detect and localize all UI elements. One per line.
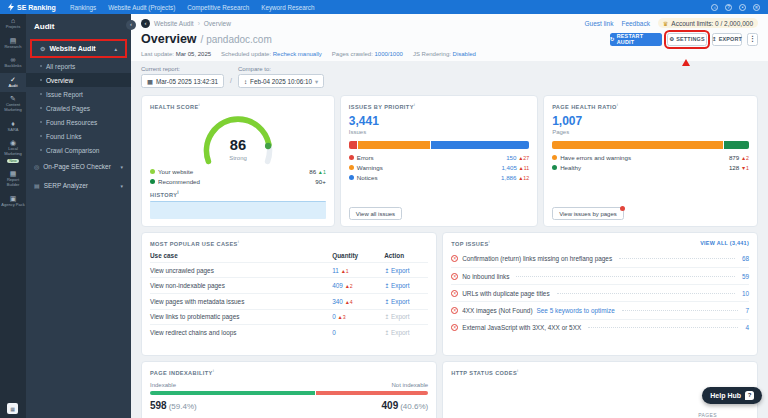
info-icon[interactable]: i — [238, 239, 240, 244]
user-menu-icon[interactable]: ≡ — [753, 4, 760, 11]
errors-row[interactable]: Errors 150 ▲27 — [349, 153, 529, 163]
export-link[interactable]: ↥ Export — [384, 267, 428, 274]
pages-crawled-link[interactable]: 1000/1000 — [375, 51, 403, 57]
top-issues-card: TOP ISSUESi VIEW ALL (3,441) × Confirmat… — [442, 232, 758, 356]
sidebar-item-serp-analyzer[interactable]: ▤ SERP Analyzer ▾ — [26, 176, 131, 195]
rail-item-audit[interactable]: ✓Audit — [0, 73, 26, 93]
issue-count[interactable]: 4 — [745, 324, 749, 331]
orange-dot-icon — [552, 155, 557, 160]
info-icon[interactable]: i — [517, 368, 519, 373]
dotted-leader — [622, 310, 739, 311]
change-indicator: ▲1 — [318, 169, 326, 175]
sidebar-collapse-button[interactable]: ‹ — [126, 20, 136, 30]
sidebar-item-found-resources[interactable]: Found Resources — [26, 115, 131, 129]
issue-link[interactable]: External JavaScript with 3XX, 4XX or 5XX — [462, 324, 581, 331]
issue-link[interactable]: No inbound links — [462, 273, 509, 280]
sidebar-item-crawled-pages[interactable]: Crawled Pages — [26, 101, 131, 115]
nav-competitive-research[interactable]: Competitive Research — [187, 4, 249, 11]
warnings-row[interactable]: Warnings 1,405 ▲11 — [349, 163, 529, 173]
keywords-optimize-link[interactable]: See 5 keywords to optimize — [537, 307, 615, 314]
use-case-link[interactable]: View uncrawled pages — [150, 267, 332, 274]
sidebar-item-crawl-comparison[interactable]: Crawl Comparison — [26, 143, 131, 157]
view-all-issues-button[interactable]: View all issues — [349, 207, 402, 220]
info-icon[interactable]: i — [177, 190, 179, 195]
rail-item-report-builder[interactable]: ▦Report Builder — [0, 167, 26, 191]
info-icon[interactable]: i — [617, 102, 619, 107]
launcher-icon[interactable]: ▦ — [7, 403, 18, 414]
notification-dot — [620, 206, 625, 211]
nav-website-audit[interactable]: Website Audit (Projects) — [108, 4, 175, 11]
use-case-link[interactable]: View redirect chains and loops — [150, 329, 332, 336]
new-badge: New — [7, 159, 19, 163]
rail-item-content-marketing[interactable]: ✎Content Marketing — [0, 92, 26, 116]
use-cases-card: MOST POPULAR USE CASESi Use case Quantit… — [141, 232, 437, 356]
chevron-down-icon: ▾ — [120, 183, 123, 189]
rail-item-local-marketing[interactable]: ◉Local MarketingNew — [0, 136, 26, 167]
nav-keyword-research[interactable]: Keyword Research — [261, 4, 314, 11]
errors-warnings-row[interactable]: Have errors and warnings 879 ▲2 — [552, 153, 749, 163]
export-button[interactable]: ↥ EXPORT — [712, 33, 742, 46]
bell-icon[interactable]: • — [739, 4, 746, 11]
filter-separator: / — [230, 77, 232, 88]
sidebar-section-website-audit[interactable]: ⚙ Website Audit ▴ — [32, 41, 125, 56]
view-issues-by-pages-button[interactable]: View issues by pages — [552, 207, 624, 220]
restart-audit-button[interactable]: ↻ RESTART AUDIT — [610, 33, 662, 46]
scheduled-update-link[interactable]: Recheck manually — [273, 51, 322, 57]
history-area-chart[interactable] — [150, 201, 326, 219]
sidebar-item-onpage-seo-checker[interactable]: ◎ On-Page SEO Checker ▾ — [26, 157, 131, 176]
more-options-button[interactable]: ⋮ — [747, 33, 758, 46]
issue-count[interactable]: 68 — [742, 255, 749, 262]
use-case-link[interactable]: View non-indexable pages — [150, 282, 332, 289]
view-all-link[interactable]: VIEW ALL (3,441) — [700, 240, 749, 246]
settings-button[interactable]: ⚙ SETTINGS — [667, 33, 707, 46]
warnings-segment[interactable] — [358, 141, 431, 149]
help-hub-button[interactable]: Help Hub ? — [702, 387, 762, 404]
js-rendering-link[interactable]: Disabled — [453, 51, 476, 57]
help-icon[interactable]: ? — [725, 4, 732, 11]
issue-link[interactable]: Confirmation (return) links missing on h… — [462, 255, 612, 262]
rail-item-backlinks[interactable]: ∞Backlinks — [0, 53, 26, 73]
sidebar-item-found-links[interactable]: Found Links — [26, 129, 131, 143]
feedback-link[interactable]: Feedback — [621, 20, 650, 27]
back-button[interactable]: ‹ — [141, 19, 150, 28]
notices-segment[interactable] — [431, 141, 529, 149]
healthy-row[interactable]: Healthy 128 ▼1 — [552, 163, 749, 173]
issue-count[interactable]: 10 — [742, 290, 749, 297]
rail-item-projects[interactable]: ⌂Projects — [0, 14, 26, 34]
sidebar-item-issue-report[interactable]: Issue Report — [26, 87, 131, 101]
healthy-segment[interactable] — [724, 141, 749, 149]
bulb-icon[interactable]: ☼ — [711, 4, 718, 11]
not-indexable-segment[interactable] — [316, 391, 429, 395]
indexable-segment[interactable] — [150, 391, 315, 395]
notices-row[interactable]: Notices 1,886 ▲12 — [349, 173, 529, 183]
current-report-date-picker[interactable]: ▦ Mar-05 2025 13:42:31 — [141, 74, 224, 88]
nav-rankings[interactable]: Rankings — [70, 4, 96, 11]
sidebar-item-all-reports[interactable]: All reports — [26, 59, 131, 73]
export-link[interactable]: ↥ Export — [384, 282, 428, 289]
issue-count[interactable]: 7 — [745, 307, 749, 314]
breadcrumb-website-audit[interactable]: Website Audit — [154, 20, 194, 27]
last-update-value: Mar 05, 2025 — [176, 51, 211, 57]
sidebar-item-overview[interactable]: Overview — [26, 73, 131, 87]
use-case-link[interactable]: View pages with metadata issues — [150, 298, 332, 305]
issue-link[interactable]: 4XX images (Not Found) — [462, 307, 532, 314]
rail-item-sara[interactable]: ♦SARA — [0, 117, 26, 137]
account-limits-badge[interactable]: ♛ Account limits: 0 / 2,000,000 — [658, 18, 758, 28]
serp-icon: ▤ — [34, 182, 40, 189]
guest-link[interactable]: Guest link — [585, 20, 614, 27]
errors-segment[interactable] — [349, 141, 357, 149]
issue-count[interactable]: 59 — [742, 273, 749, 280]
info-icon[interactable]: i — [489, 239, 491, 244]
rail-item-research[interactable]: ▤Research — [0, 34, 26, 54]
compare-to-select[interactable]: ↕ Feb-04 2025 10:06:10 ▾ — [238, 74, 324, 88]
report-meta: Last update: Mar 05, 2025 Scheduled upda… — [141, 51, 758, 57]
errors-warnings-segment[interactable] — [552, 141, 723, 149]
use-case-link[interactable]: View links to problematic pages — [150, 313, 332, 320]
info-icon[interactable]: i — [213, 368, 215, 373]
info-icon[interactable]: i — [414, 102, 416, 107]
info-icon[interactable]: i — [199, 102, 201, 107]
export-link[interactable]: ↥ Export — [384, 298, 428, 305]
issue-link[interactable]: URLs with duplicate page titles — [462, 290, 549, 297]
rail-item-agency-pack[interactable]: ▣Agency Pack — [0, 192, 26, 212]
se-ranking-logo[interactable]: SE Ranking — [8, 3, 56, 11]
